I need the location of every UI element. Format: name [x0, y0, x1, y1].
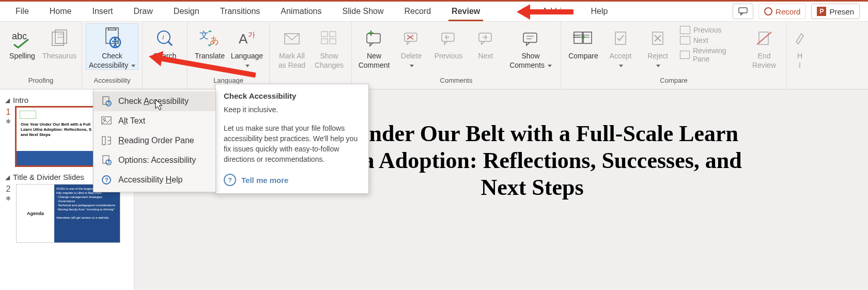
collapse-icon: ◢ [5, 174, 10, 181]
thesaurus-button[interactable]: Thesaurus [41, 24, 78, 60]
language-button[interactable]: A 가 Language [229, 24, 265, 69]
menu-label: Options: Accessibility [118, 156, 196, 165]
accept-label: Accept [610, 52, 632, 60]
translate-icon: 文 あ [198, 28, 221, 49]
new-comment-button[interactable]: New Comment [356, 24, 392, 69]
show-comments-label-1: Show [521, 52, 539, 60]
tab-home[interactable]: Home [39, 2, 82, 21]
svg-rect-0 [739, 8, 747, 13]
tab-record[interactable]: Record [394, 2, 442, 21]
new-comment-icon [365, 29, 383, 47]
thesaurus-label: Thesaurus [42, 52, 76, 60]
slide-anim-icon: ✱ [6, 118, 11, 125]
record-button[interactable]: Record [758, 4, 806, 19]
show-comments-button[interactable]: Show Comments [505, 24, 556, 69]
tab-addins[interactable]: Add-ins [532, 2, 580, 21]
check-accessibility-label-2: Accessibility [89, 61, 135, 69]
next-comment-button[interactable]: Next [468, 24, 504, 60]
group-proofing: abc Spelling Th [0, 22, 82, 89]
end-review-icon [756, 30, 772, 47]
slide-thumbnail-2[interactable]: Agenda GVSU is one of the largest instit… [17, 185, 120, 242]
menu-options-accessibility[interactable]: Options: Accessibility [94, 150, 215, 170]
reviewing-pane[interactable]: Reviewing Pane [680, 47, 742, 63]
compare-button[interactable]: Compare [565, 24, 601, 60]
group-ink-label [791, 75, 809, 88]
tab-animations[interactable]: Animations [270, 2, 332, 21]
reject-button[interactable]: Reject [640, 24, 676, 69]
spelling-button[interactable]: abc Spelling [4, 24, 40, 60]
menu-accessibility-help[interactable]: ? Accessibility Help [94, 170, 215, 190]
accept-button[interactable]: Accept [602, 24, 639, 69]
tab-file[interactable]: File [5, 2, 39, 21]
slide-title-text[interactable]: ar Under Our Belt with a Full-Scale Lear… [300, 120, 765, 201]
compare-previous[interactable]: Previous [680, 26, 742, 34]
tooltip-link-label: Tell me more [241, 176, 288, 185]
delete-comment-button[interactable]: Delete [393, 24, 429, 69]
svg-point-46 [108, 101, 110, 103]
previous-comment-icon [440, 31, 457, 45]
pane-icon [680, 51, 690, 59]
search-label: Search [153, 52, 176, 60]
tab-help[interactable]: Help [580, 2, 618, 21]
mark-all-label-2: as Read [278, 61, 305, 69]
chevron-down-icon [131, 65, 135, 67]
grid-icon [320, 30, 338, 46]
slide-anim-icon: ✱ [6, 195, 11, 202]
svg-rect-17 [321, 32, 328, 37]
tooltip-body: Let us make sure that your file follows … [224, 123, 360, 164]
svg-text:abc: abc [12, 31, 27, 41]
search-icon: i [154, 28, 175, 49]
menu-check-accessibility[interactable]: Check Accessibility [94, 91, 215, 111]
comments-pane-toggle[interactable] [733, 4, 753, 19]
svg-text:あ: あ [210, 35, 219, 45]
ink-label-1: H [797, 52, 802, 60]
comment-bubble-icon [738, 7, 748, 16]
tab-transitions[interactable]: Transitions [210, 2, 271, 21]
tab-draw[interactable]: Draw [123, 2, 163, 21]
group-accessibility-label: Accessibility [86, 75, 138, 88]
end-review-button[interactable]: End Review [746, 24, 782, 69]
tooltip-subtitle: Keep it inclusive. [224, 105, 360, 114]
group-changes: Mark All as Read Show Changes [270, 22, 352, 89]
svg-point-48 [103, 118, 105, 120]
tooltip-tell-me-more[interactable]: ? Tell me more [224, 174, 360, 186]
tab-slide-show[interactable]: Slide Show [332, 2, 394, 21]
ink-icon [794, 30, 805, 46]
next-icon [680, 36, 690, 44]
previous-comment-button[interactable]: Previous [430, 24, 467, 60]
svg-rect-29 [523, 33, 537, 42]
new-comment-label-1: New [367, 52, 381, 60]
reject-label: Reject [647, 52, 668, 60]
show-changes-button[interactable]: Show Changes [311, 24, 347, 69]
hide-ink-button[interactable]: H I [791, 24, 809, 69]
accessibility-icon [102, 27, 122, 50]
group-comments: New Comment Delete Previous Next [352, 22, 561, 89]
compare-icon [573, 29, 594, 48]
chevron-down-icon [548, 65, 552, 67]
present-icon: P [817, 7, 826, 16]
menu-reading-order[interactable]: Reading Order Pane [94, 131, 215, 150]
show-comments-icon [521, 30, 540, 47]
menu-alt-text[interactable]: Alt Text [94, 111, 215, 131]
translate-button[interactable]: 文 あ Translate [192, 24, 228, 60]
check-accessibility-button[interactable]: Check Accessibility [86, 24, 138, 69]
accept-icon [612, 30, 629, 47]
check-accessibility-menu: Check Accessibility Alt Text Reading Ord… [93, 89, 216, 192]
svg-text:A: A [239, 31, 248, 47]
record-label: Record [776, 7, 800, 16]
group-insights: i Search [143, 22, 188, 89]
mark-all-read-button[interactable]: Mark All as Read [274, 24, 310, 69]
ribbon-tabs: File Home Insert Draw Design Transitions… [0, 2, 868, 21]
tab-insert[interactable]: Insert [82, 2, 123, 21]
compare-nav-stack: Previous Next Reviewing Pane [677, 24, 745, 65]
svg-rect-21 [367, 34, 380, 43]
end-review-label-1: End [758, 52, 771, 60]
tab-review[interactable]: Review [441, 2, 490, 21]
svg-text:文: 文 [199, 30, 209, 40]
new-comment-label-2: Comment [359, 61, 390, 69]
present-button[interactable]: P Presen [811, 4, 860, 19]
compare-next[interactable]: Next [680, 36, 742, 44]
tab-design[interactable]: Design [163, 2, 210, 21]
collapse-icon: ◢ [5, 97, 10, 104]
search-button[interactable]: i Search [147, 24, 183, 60]
